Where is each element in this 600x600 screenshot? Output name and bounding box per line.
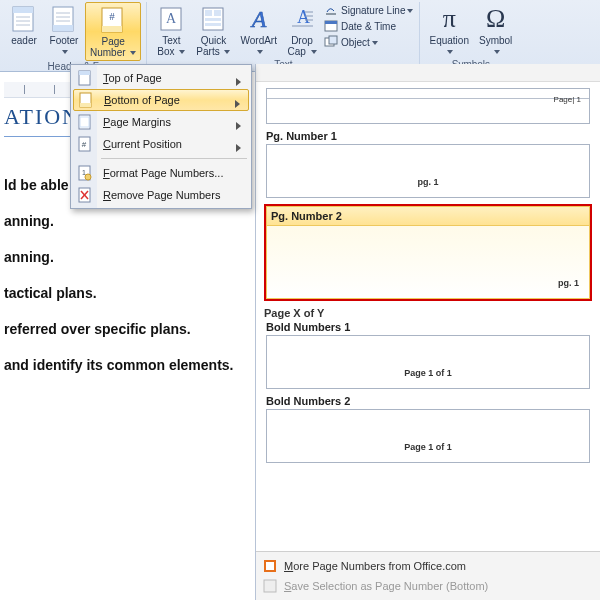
save-selection-icon bbox=[262, 578, 278, 594]
format-icon: 1 bbox=[77, 165, 93, 181]
page-number-button[interactable]: # PageNumber bbox=[85, 2, 141, 61]
page-number-label: PageNumber bbox=[90, 36, 136, 58]
text-mini-list: Signature Line Date & Time Object bbox=[322, 2, 416, 59]
symbols-group: π Equation Ω Symbol Symbols bbox=[420, 2, 521, 71]
doc-line: anning. bbox=[4, 249, 247, 265]
header-button[interactable]: eader bbox=[5, 2, 43, 61]
footer-button[interactable]: Footer bbox=[45, 2, 83, 61]
header-label: eader bbox=[11, 35, 37, 46]
svg-rect-12 bbox=[102, 26, 122, 32]
symbol-button[interactable]: Ω Symbol bbox=[475, 2, 516, 59]
gallery-footer: More Page Numbers from Office.com Save S… bbox=[256, 551, 600, 600]
svg-rect-47 bbox=[264, 580, 276, 592]
svg-rect-18 bbox=[205, 18, 221, 21]
gallery-section-pagexofy: Page X of Y bbox=[264, 307, 594, 319]
doc-line: referred over specific plans. bbox=[4, 321, 247, 337]
menu-current-position[interactable]: # Current Position bbox=[73, 133, 249, 155]
menu-bottom-of-page[interactable]: Bottom of Page bbox=[73, 89, 249, 111]
menu-page-margins[interactable]: Page Margins bbox=[73, 111, 249, 133]
quickparts-icon bbox=[198, 4, 228, 34]
svg-rect-1 bbox=[13, 7, 33, 13]
svg-text:#: # bbox=[109, 10, 115, 22]
menu-format-page-numbers[interactable]: 1 Format Page Numbers... bbox=[73, 162, 249, 184]
wordart-icon: A bbox=[244, 4, 274, 34]
wordart-button[interactable]: A WordArt bbox=[236, 2, 281, 59]
gallery-item-pgnum2-selected[interactable]: Pg. Number 2 pg. 1 bbox=[264, 204, 592, 301]
ribbon: eader Footer # PageNumber Header & F A T… bbox=[0, 0, 600, 72]
doc-line: tactical plans. bbox=[4, 285, 247, 301]
equation-button[interactable]: π Equation bbox=[425, 2, 472, 59]
object-button[interactable]: Object bbox=[322, 34, 416, 50]
header-icon bbox=[9, 4, 39, 34]
svg-text:A: A bbox=[249, 6, 266, 32]
gallery-item-bold2[interactable]: Bold Numbers 2 Page 1 of 1 bbox=[266, 395, 590, 463]
page-number-gallery: Page| 1 Pg. Number 1 pg. 1 Pg. Number 2 … bbox=[255, 64, 600, 600]
svg-rect-6 bbox=[53, 25, 73, 31]
svg-point-41 bbox=[85, 174, 91, 180]
date-time-button[interactable]: Date & Time bbox=[322, 18, 416, 34]
signature-line-button[interactable]: Signature Line bbox=[322, 2, 416, 18]
svg-rect-46 bbox=[266, 562, 274, 570]
remove-icon bbox=[77, 187, 93, 203]
doc-line: and identify its common elements. bbox=[4, 357, 247, 373]
svg-rect-17 bbox=[214, 10, 221, 16]
textbox-button[interactable]: A TextBox bbox=[152, 2, 190, 59]
office-icon bbox=[262, 558, 278, 574]
dropcap-icon: A bbox=[287, 4, 317, 34]
equation-icon: π bbox=[434, 4, 464, 34]
symbol-icon: Ω bbox=[481, 4, 511, 34]
gallery-item-page1[interactable]: Page| 1 bbox=[266, 88, 590, 124]
quickparts-button[interactable]: QuickParts bbox=[192, 2, 234, 59]
footer-label: Footer bbox=[50, 35, 79, 57]
svg-text:#: # bbox=[82, 140, 87, 149]
svg-rect-16 bbox=[205, 10, 212, 16]
svg-rect-28 bbox=[325, 21, 337, 24]
page-margins-icon bbox=[77, 114, 93, 130]
svg-text:A: A bbox=[166, 11, 177, 26]
menu-remove-page-numbers[interactable]: Remove Page Numbers bbox=[73, 184, 249, 206]
svg-text:A: A bbox=[297, 7, 310, 27]
gallery-item-bold1[interactable]: Bold Numbers 1 Page 1 of 1 bbox=[266, 321, 590, 389]
text-group: A TextBox QuickParts A WordArt A DropCap… bbox=[147, 2, 420, 71]
footer-icon bbox=[49, 4, 79, 34]
textbox-icon: A bbox=[156, 4, 186, 34]
header-footer-group: eader Footer # PageNumber Header & F bbox=[0, 2, 147, 71]
more-page-numbers[interactable]: More Page Numbers from Office.com bbox=[262, 556, 594, 576]
menu-top-of-page[interactable]: TTop of Pageop of Page bbox=[73, 67, 249, 89]
svg-rect-34 bbox=[80, 103, 91, 107]
svg-rect-32 bbox=[79, 71, 90, 75]
page-top-icon bbox=[77, 70, 93, 86]
dropcap-button[interactable]: A DropCap bbox=[283, 2, 321, 59]
gallery-item-pgnum1[interactable]: Pg. Number 1 pg. 1 bbox=[266, 130, 590, 198]
page-bottom-icon bbox=[78, 92, 94, 108]
current-position-icon: # bbox=[77, 136, 93, 152]
page-number-icon: # bbox=[98, 5, 128, 35]
page-number-menu: TTop of Pageop of Page Bottom of Page Pa… bbox=[70, 64, 252, 209]
svg-rect-19 bbox=[205, 23, 221, 26]
svg-rect-30 bbox=[329, 36, 337, 44]
save-selection: Save Selection as Page Number (Bottom) bbox=[262, 576, 594, 596]
doc-line: anning. bbox=[4, 213, 247, 229]
